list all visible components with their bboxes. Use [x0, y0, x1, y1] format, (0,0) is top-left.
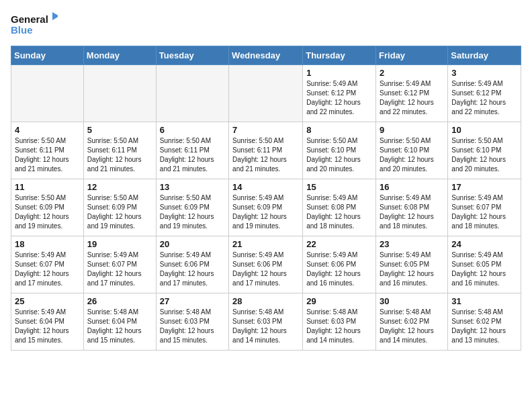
day-number: 4	[15, 125, 80, 135]
day-cell-25: 25Sunrise: 5:49 AM Sunset: 6:04 PM Dayli…	[11, 293, 84, 351]
day-number: 10	[451, 125, 517, 135]
day-info: Sunrise: 5:48 AM Sunset: 6:04 PM Dayligh…	[87, 308, 152, 345]
day-cell-8: 8Sunrise: 5:50 AM Sunset: 6:10 PM Daylig…	[303, 122, 376, 179]
weekday-header-tuesday: Tuesday	[156, 46, 228, 65]
day-cell-2: 2Sunrise: 5:49 AM Sunset: 6:12 PM Daylig…	[376, 65, 448, 122]
day-number: 2	[380, 68, 444, 78]
day-number: 27	[160, 296, 225, 306]
day-cell-31: 31Sunrise: 5:48 AM Sunset: 6:02 PM Dayli…	[448, 293, 521, 351]
day-info: Sunrise: 5:49 AM Sunset: 6:08 PM Dayligh…	[306, 193, 372, 231]
calendar-table: SundayMondayTuesdayWednesdayThursdayFrid…	[11, 46, 521, 351]
day-number: 5	[87, 125, 152, 135]
day-info: Sunrise: 5:49 AM Sunset: 6:05 PM Dayligh…	[451, 250, 517, 288]
day-info: Sunrise: 5:50 AM Sunset: 6:11 PM Dayligh…	[160, 136, 225, 174]
day-info: Sunrise: 5:48 AM Sunset: 6:03 PM Dayligh…	[232, 308, 299, 345]
day-info: Sunrise: 5:50 AM Sunset: 6:11 PM Dayligh…	[232, 136, 299, 174]
day-cell-26: 26Sunrise: 5:48 AM Sunset: 6:04 PM Dayli…	[83, 293, 156, 351]
day-info: Sunrise: 5:49 AM Sunset: 6:06 PM Dayligh…	[306, 250, 372, 288]
week-row-1: 1Sunrise: 5:49 AM Sunset: 6:12 PM Daylig…	[11, 65, 521, 122]
day-info: Sunrise: 5:49 AM Sunset: 6:06 PM Dayligh…	[232, 250, 299, 288]
day-cell-29: 29Sunrise: 5:48 AM Sunset: 6:03 PM Dayli…	[303, 293, 376, 351]
day-info: Sunrise: 5:49 AM Sunset: 6:12 PM Dayligh…	[380, 79, 444, 117]
day-number: 6	[160, 125, 225, 135]
day-number: 26	[87, 296, 152, 306]
day-number: 15	[306, 182, 372, 192]
day-number: 21	[232, 239, 299, 249]
day-info: Sunrise: 5:48 AM Sunset: 6:03 PM Dayligh…	[306, 308, 372, 345]
week-row-3: 11Sunrise: 5:50 AM Sunset: 6:09 PM Dayli…	[11, 179, 521, 236]
day-info: Sunrise: 5:50 AM Sunset: 6:10 PM Dayligh…	[306, 136, 372, 174]
day-number: 13	[160, 182, 225, 192]
day-number: 24	[451, 239, 517, 249]
svg-text:Blue: Blue	[11, 24, 33, 36]
day-info: Sunrise: 5:49 AM Sunset: 6:12 PM Dayligh…	[451, 79, 517, 117]
empty-cell	[156, 65, 228, 122]
day-cell-27: 27Sunrise: 5:48 AM Sunset: 6:03 PM Dayli…	[156, 293, 228, 351]
day-cell-23: 23Sunrise: 5:49 AM Sunset: 6:05 PM Dayli…	[376, 236, 448, 293]
day-number: 14	[232, 182, 299, 192]
day-cell-3: 3Sunrise: 5:49 AM Sunset: 6:12 PM Daylig…	[448, 65, 521, 122]
day-number: 3	[451, 68, 517, 78]
day-cell-28: 28Sunrise: 5:48 AM Sunset: 6:03 PM Dayli…	[229, 293, 303, 351]
weekday-header-monday: Monday	[83, 46, 156, 65]
weekday-header-friday: Friday	[376, 46, 448, 65]
weekday-header-thursday: Thursday	[303, 46, 376, 65]
day-cell-10: 10Sunrise: 5:50 AM Sunset: 6:10 PM Dayli…	[448, 122, 521, 179]
day-number: 30	[380, 296, 444, 306]
day-info: Sunrise: 5:50 AM Sunset: 6:11 PM Dayligh…	[87, 136, 152, 174]
day-number: 19	[87, 239, 152, 249]
day-cell-30: 30Sunrise: 5:48 AM Sunset: 6:02 PM Dayli…	[376, 293, 448, 351]
day-cell-13: 13Sunrise: 5:50 AM Sunset: 6:09 PM Dayli…	[156, 179, 228, 236]
day-info: Sunrise: 5:49 AM Sunset: 6:07 PM Dayligh…	[87, 250, 152, 288]
day-number: 7	[232, 125, 299, 135]
day-cell-19: 19Sunrise: 5:49 AM Sunset: 6:07 PM Dayli…	[83, 236, 156, 293]
day-cell-14: 14Sunrise: 5:49 AM Sunset: 6:09 PM Dayli…	[229, 179, 303, 236]
svg-marker-2	[52, 12, 58, 20]
day-cell-11: 11Sunrise: 5:50 AM Sunset: 6:09 PM Dayli…	[11, 179, 84, 236]
day-info: Sunrise: 5:49 AM Sunset: 6:12 PM Dayligh…	[306, 79, 372, 117]
svg-text:General: General	[11, 13, 48, 25]
logo: General Blue	[11, 11, 58, 38]
day-number: 25	[15, 296, 80, 306]
day-info: Sunrise: 5:50 AM Sunset: 6:09 PM Dayligh…	[160, 193, 225, 231]
day-info: Sunrise: 5:49 AM Sunset: 6:04 PM Dayligh…	[15, 308, 80, 345]
day-cell-4: 4Sunrise: 5:50 AM Sunset: 6:11 PM Daylig…	[11, 122, 84, 179]
day-info: Sunrise: 5:49 AM Sunset: 6:07 PM Dayligh…	[451, 193, 517, 231]
day-cell-12: 12Sunrise: 5:50 AM Sunset: 6:09 PM Dayli…	[83, 179, 156, 236]
day-info: Sunrise: 5:48 AM Sunset: 6:03 PM Dayligh…	[160, 308, 225, 345]
day-info: Sunrise: 5:48 AM Sunset: 6:02 PM Dayligh…	[451, 308, 517, 345]
day-number: 11	[15, 182, 80, 192]
day-number: 18	[15, 239, 80, 249]
day-number: 1	[306, 68, 372, 78]
day-number: 12	[87, 182, 152, 192]
day-info: Sunrise: 5:49 AM Sunset: 6:09 PM Dayligh…	[232, 193, 299, 231]
page-header: General Blue	[11, 11, 521, 38]
day-cell-17: 17Sunrise: 5:49 AM Sunset: 6:07 PM Dayli…	[448, 179, 521, 236]
day-cell-22: 22Sunrise: 5:49 AM Sunset: 6:06 PM Dayli…	[303, 236, 376, 293]
empty-cell	[11, 65, 84, 122]
week-row-4: 18Sunrise: 5:49 AM Sunset: 6:07 PM Dayli…	[11, 236, 521, 293]
day-cell-21: 21Sunrise: 5:49 AM Sunset: 6:06 PM Dayli…	[229, 236, 303, 293]
empty-cell	[83, 65, 156, 122]
day-number: 17	[451, 182, 517, 192]
day-cell-7: 7Sunrise: 5:50 AM Sunset: 6:11 PM Daylig…	[229, 122, 303, 179]
day-cell-15: 15Sunrise: 5:49 AM Sunset: 6:08 PM Dayli…	[303, 179, 376, 236]
day-number: 16	[380, 182, 444, 192]
day-number: 31	[451, 296, 517, 306]
day-number: 28	[232, 296, 299, 306]
day-info: Sunrise: 5:49 AM Sunset: 6:08 PM Dayligh…	[380, 193, 444, 231]
weekday-header-sunday: Sunday	[11, 46, 84, 65]
day-cell-24: 24Sunrise: 5:49 AM Sunset: 6:05 PM Dayli…	[448, 236, 521, 293]
day-cell-9: 9Sunrise: 5:50 AM Sunset: 6:10 PM Daylig…	[376, 122, 448, 179]
empty-cell	[229, 65, 303, 122]
logo-svg: General Blue	[11, 11, 58, 38]
day-cell-18: 18Sunrise: 5:49 AM Sunset: 6:07 PM Dayli…	[11, 236, 84, 293]
day-info: Sunrise: 5:50 AM Sunset: 6:09 PM Dayligh…	[15, 193, 80, 231]
weekday-header-wednesday: Wednesday	[229, 46, 303, 65]
day-number: 22	[306, 239, 372, 249]
day-info: Sunrise: 5:50 AM Sunset: 6:10 PM Dayligh…	[380, 136, 444, 174]
day-info: Sunrise: 5:48 AM Sunset: 6:02 PM Dayligh…	[380, 308, 444, 345]
day-cell-5: 5Sunrise: 5:50 AM Sunset: 6:11 PM Daylig…	[83, 122, 156, 179]
day-cell-16: 16Sunrise: 5:49 AM Sunset: 6:08 PM Dayli…	[376, 179, 448, 236]
day-number: 8	[306, 125, 372, 135]
